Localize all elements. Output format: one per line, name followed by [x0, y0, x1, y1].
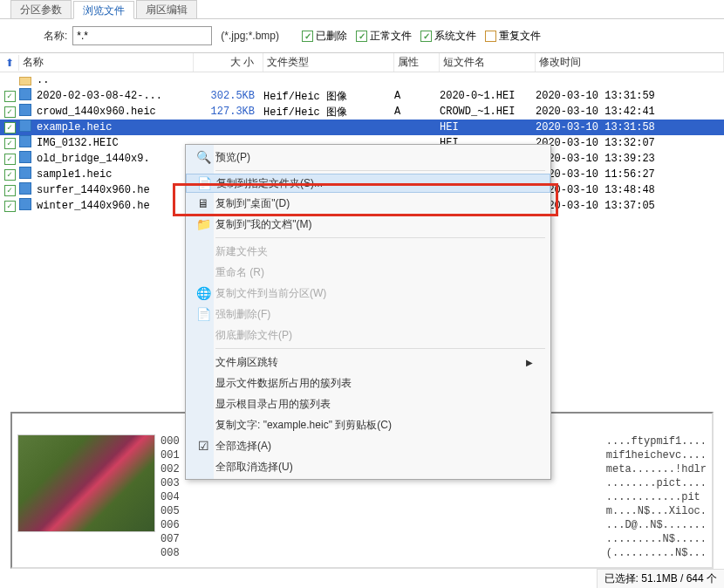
row-checkbox[interactable]	[4, 201, 16, 212]
menu-item-label: 复制到指定文件夹(S)...	[216, 176, 532, 191]
filter-hint: (*.jpg;*.bmp)	[221, 30, 279, 42]
menu-separator	[215, 170, 545, 171]
checkbox-icon	[420, 31, 432, 42]
cell-name: example.heic	[37, 121, 194, 133]
menu-item-icon: 📁	[191, 217, 215, 231]
menu-item-label: 强制删除(F)	[215, 307, 533, 322]
context-menu: 🔍预览(P)📄复制到指定文件夹(S)...🖥复制到"桌面"(D)📁复制到"我的文…	[185, 144, 551, 480]
cell-name: sample1.heic	[37, 168, 194, 181]
menu-item-label: 复制文字: "example.heic" 到剪贴板(C)	[215, 418, 533, 433]
parent-dir-label: ..	[37, 74, 49, 86]
filter-check-1[interactable]: 正常文件	[356, 29, 412, 44]
cell-name: surfer_1440x960.he	[37, 184, 194, 196]
menu-item-label: 显示文件数据所占用的簇列表	[215, 376, 533, 391]
submenu-arrow-icon: ▶	[526, 358, 533, 367]
cell-mtime: 2020-03-10 13:39:23	[536, 153, 724, 165]
col-short[interactable]: 短文件名	[440, 53, 536, 72]
parent-dir-row[interactable]: ..	[0, 72, 724, 88]
menu-item[interactable]: 显示根目录占用的簇列表	[186, 393, 550, 414]
cell-mtime: 2020-03-10 13:31:59	[536, 90, 724, 102]
menu-item[interactable]: ☑全部选择(A)	[186, 435, 550, 456]
checkbox-label: 已删除	[316, 29, 347, 44]
file-icon	[19, 135, 31, 147]
col-name[interactable]: 名称	[19, 53, 194, 72]
menu-item-label: 彻底删除文件(P)	[215, 328, 533, 343]
menu-item-label: 全部选择(A)	[215, 439, 533, 454]
filter-input[interactable]	[72, 26, 212, 45]
tab-bar: 分区参数 浏览文件 扇区编辑	[0, 0, 724, 19]
cell-mtime: 2020-03-10 13:42:41	[536, 106, 724, 118]
filter-check-0[interactable]: 已删除	[302, 29, 347, 44]
tab-partition-params[interactable]: 分区参数	[10, 0, 72, 18]
cell-type: Heif/Heic 图像	[263, 89, 394, 104]
table-header: ⬆ 名称 大 小 文件类型 属性 短文件名 修改时间	[0, 53, 724, 72]
col-attr[interactable]: 属性	[394, 53, 440, 72]
menu-item[interactable]: 文件扇区跳转▶	[186, 352, 550, 373]
col-mtime[interactable]: 修改时间	[536, 53, 724, 72]
cell-attr: A	[394, 90, 440, 102]
file-icon	[19, 104, 31, 116]
menu-item[interactable]: 📁复制到"我的文档"(M)	[186, 214, 550, 235]
row-checkbox[interactable]	[4, 91, 16, 102]
menu-item-icon: 📄	[192, 176, 216, 190]
cell-attr: A	[394, 106, 440, 118]
file-icon	[19, 120, 31, 132]
up-arrow-icon[interactable]: ⬆	[5, 57, 14, 69]
row-checkbox[interactable]	[4, 154, 16, 165]
col-type[interactable]: 文件类型	[263, 53, 394, 72]
filter-label: 名称:	[44, 29, 67, 44]
tab-browse-files[interactable]: 浏览文件	[73, 1, 134, 19]
menu-item[interactable]: 全部取消选择(U)	[186, 456, 550, 477]
folder-icon	[19, 77, 31, 85]
cell-name: winter_1440x960.he	[37, 200, 194, 212]
menu-item-label: 预览(P)	[215, 150, 533, 165]
checkbox-label: 重复文件	[499, 29, 541, 44]
cell-mtime: 2020-03-10 13:48:48	[536, 184, 724, 196]
menu-item-label: 显示根目录占用的簇列表	[215, 397, 533, 412]
image-preview	[17, 434, 155, 532]
menu-item[interactable]: 🔍预览(P)	[186, 147, 550, 168]
row-checkbox[interactable]	[4, 169, 16, 181]
menu-item[interactable]: 📄复制到指定文件夹(S)...	[186, 174, 550, 193]
checkbox-label: 正常文件	[370, 29, 412, 44]
file-icon	[19, 198, 31, 210]
menu-item[interactable]: 复制文字: "example.heic" 到剪贴板(C)	[186, 414, 550, 435]
menu-item[interactable]: 🖥复制到"桌面"(D)	[186, 193, 550, 214]
cell-short: 2020-0~1.HEI	[440, 90, 536, 102]
menu-item-icon: 📄	[191, 307, 215, 321]
file-icon	[19, 167, 31, 179]
cell-short: HEI	[440, 121, 536, 133]
filter-check-2[interactable]: 系统文件	[420, 29, 476, 44]
menu-item-icon: ☑	[191, 439, 215, 453]
row-checkbox[interactable]	[4, 122, 16, 133]
cell-size: 302.5KB	[194, 90, 263, 102]
cell-mtime: 2020-03-10 13:32:07	[536, 137, 724, 149]
cell-name: 2020-02-03-08-42-...	[37, 90, 194, 102]
cell-name: crowd_1440x960.heic	[37, 106, 194, 118]
table-row[interactable]: crowd_1440x960.heic127.3KBHeif/Heic 图像AC…	[0, 104, 724, 120]
checkbox-icon	[302, 31, 313, 42]
menu-item-label: 复制文件到当前分区(W)	[215, 286, 533, 301]
menu-item-label: 复制到"桌面"(D)	[215, 196, 533, 211]
menu-item-label: 新建文件夹	[215, 244, 533, 259]
cell-type: Heif/Heic 图像	[263, 105, 394, 120]
cell-mtime: 2020-03-10 13:37:05	[536, 200, 724, 212]
row-checkbox[interactable]	[4, 138, 16, 149]
table-row[interactable]: 2020-02-03-08-42-...302.5KBHeif/Heic 图像A…	[0, 88, 724, 104]
table-row[interactable]: example.heicHEI2020-03-10 13:31:58	[0, 120, 724, 135]
col-size[interactable]: 大 小	[194, 53, 263, 72]
menu-separator	[215, 348, 545, 349]
row-checkbox[interactable]	[4, 185, 16, 196]
menu-item[interactable]: 显示文件数据所占用的簇列表	[186, 373, 550, 393]
menu-item-label: 复制到"我的文档"(M)	[215, 217, 533, 232]
filter-check-3[interactable]: 重复文件	[485, 29, 541, 44]
cell-name: IMG_0132.HEIC	[37, 137, 194, 149]
menu-item-label: 重命名 (R)	[215, 265, 533, 280]
menu-item: 新建文件夹	[186, 241, 550, 262]
checkbox-icon	[356, 31, 367, 42]
row-checkbox[interactable]	[4, 106, 16, 118]
filter-bar: 名称: (*.jpg;*.bmp) 已删除正常文件系统文件重复文件	[0, 19, 724, 52]
tab-sector-edit[interactable]: 扇区编辑	[136, 0, 197, 18]
checkbox-icon	[485, 31, 496, 42]
menu-item: 📄强制删除(F)	[186, 304, 550, 325]
